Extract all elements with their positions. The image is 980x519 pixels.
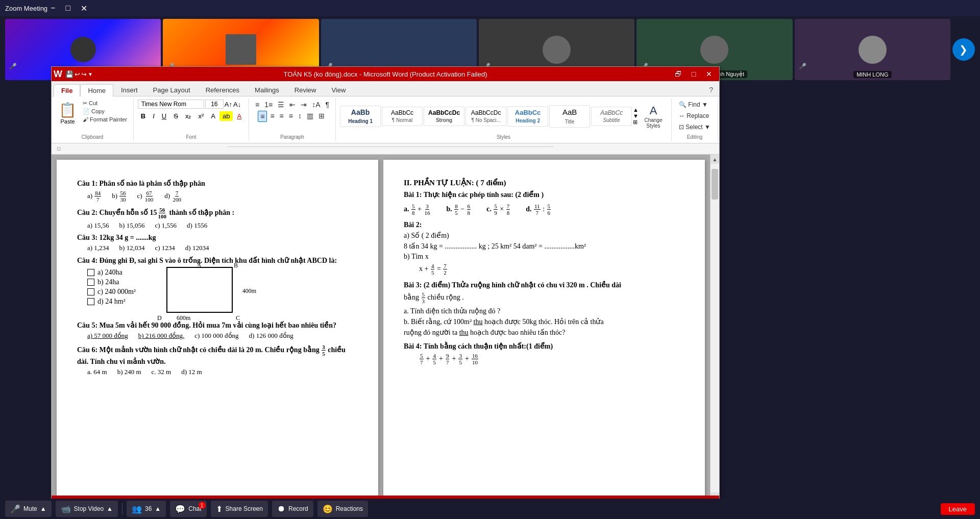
italic-button[interactable]: I [150, 111, 158, 121]
redo-quick-btn[interactable]: ↪ [81, 70, 87, 78]
q2-answers: a) 15,56 b) 15,056 c) 1,556 d) 1556 [77, 221, 358, 230]
tab-view[interactable]: View [324, 84, 353, 96]
style-nospace[interactable]: AaBbCcDc¶ No Spaci... [465, 107, 506, 126]
taskbar-video-btn[interactable]: 📹 Stop Video ▲ [56, 501, 118, 517]
taskbar-mic-btn[interactable]: 🎤 Mute ▲ [5, 501, 52, 517]
paste-label: Paste [60, 118, 75, 125]
paste-button[interactable]: 📋 Paste [56, 100, 80, 127]
quick-access-arrow[interactable]: ▼ [88, 71, 93, 77]
participant-name-6: MINH LONG [853, 71, 891, 78]
change-styles-button[interactable]: A ChangeStyles [640, 103, 667, 130]
scroll-up-btn[interactable]: ▲ [710, 155, 719, 164]
align-right-btn[interactable]: ≡ [278, 111, 286, 122]
participants-icon: 👥 [132, 504, 142, 514]
underline-button[interactable]: U [159, 111, 169, 121]
line-spacing-btn[interactable]: ↕ [296, 111, 304, 122]
scroll-track[interactable] [710, 164, 719, 492]
maximize-btn[interactable]: □ [62, 4, 74, 13]
checkbox-d[interactable] [87, 298, 94, 305]
grow-font-btn[interactable]: A↑ [225, 101, 232, 108]
window-controls[interactable]: − □ ✕ [47, 4, 90, 13]
copy-button[interactable]: 📄 Copy [81, 108, 129, 115]
justify-btn[interactable]: ≡ [287, 111, 295, 122]
taskbar-share-btn[interactable]: ⬆ Share Screen [211, 501, 268, 517]
superscript-button[interactable]: x² [195, 111, 207, 121]
participants-label: ▲ [155, 505, 161, 512]
tab-references[interactable]: References [198, 84, 247, 96]
tab-insert[interactable]: Insert [113, 84, 145, 96]
shrink-font-btn[interactable]: A↓ [233, 101, 241, 108]
q2-b: b) 15,056 [119, 221, 145, 230]
word-maximize-btn[interactable]: □ [687, 67, 701, 81]
tab-page-layout[interactable]: Page Layout [145, 84, 198, 96]
style-title[interactable]: AaBTitle [549, 105, 590, 128]
text-effects-button[interactable]: A [208, 111, 218, 121]
word-window-controls[interactable]: 🗗 □ ✕ [671, 67, 716, 81]
style-strong[interactable]: AaBbCcDcStrong [424, 107, 464, 126]
subscript-button[interactable]: x₂ [182, 111, 194, 121]
tab-file[interactable]: File [54, 84, 80, 96]
sort-btn[interactable]: ↕A [310, 100, 322, 110]
minimize-btn[interactable]: − [47, 4, 58, 13]
font-name-input[interactable] [138, 100, 204, 109]
tab-home[interactable]: Home [80, 84, 113, 96]
taskbar-sep-1 [122, 503, 122, 515]
cut-button[interactable]: ✂ Cut [81, 100, 129, 107]
vertical-scrollbar[interactable]: ▲ ▼ [710, 155, 719, 502]
scroll-thumb[interactable] [712, 169, 718, 200]
next-participant-btn[interactable]: ❯ [952, 38, 975, 61]
participant-tile-6[interactable]: 🎤 MINH LONG [795, 19, 950, 80]
undo-quick-btn[interactable]: ↩ [75, 70, 80, 78]
question-1: Câu 1: Phân số nào là phân số thập phân [77, 179, 358, 188]
align-left-btn[interactable]: ≡ [258, 111, 267, 122]
styles-down-btn[interactable]: ▼ [633, 113, 639, 119]
bai3-fraction-line: bằng 53 chiều rộng . [404, 291, 684, 304]
align-center-btn[interactable]: ≡ [268, 111, 276, 122]
numbering-btn[interactable]: 1≡ [262, 100, 275, 110]
checkbox-c[interactable] [87, 288, 94, 295]
bai4-section: Bài 4: Tính bằng cách thuận tiện nhất:(1… [404, 342, 684, 365]
format-painter-button[interactable]: 🖌 Format Painter [81, 116, 129, 123]
taskbar-participants-btn[interactable]: 👥 36 ▲ [127, 501, 166, 517]
replace-button[interactable]: ↔ Replace [676, 111, 712, 121]
checkbox-a[interactable] [87, 269, 94, 276]
style-subtitle[interactable]: AaBbCcSubtitle [591, 107, 632, 126]
decrease-indent-btn[interactable]: ⇤ [287, 100, 298, 110]
style-heading1[interactable]: AaBb­Heading 1 [340, 106, 381, 127]
q4-diagram: A B 400m 600m D C [166, 267, 233, 313]
show-formatting-btn[interactable]: ¶ [324, 100, 332, 110]
taskbar-chat-btn[interactable]: 💬 Chat 1 [170, 501, 206, 517]
bold-button[interactable]: B [138, 111, 149, 121]
find-button[interactable]: 🔍 Find ▼ [676, 100, 711, 110]
style-normal[interactable]: AaBbCc¶ Normal [382, 107, 423, 126]
label-A: A [197, 262, 202, 269]
leave-button[interactable]: Leave [941, 503, 975, 515]
font-label: Font [134, 134, 249, 140]
q1-a: a) 847 [87, 190, 102, 203]
ruler-corner[interactable]: ⊡ [57, 146, 67, 152]
tab-mailings[interactable]: Mailings [247, 84, 287, 96]
strikethrough-button[interactable]: S [170, 111, 181, 121]
highlight-button[interactable]: ab [219, 111, 233, 121]
multilevel-btn[interactable]: ☰ [276, 100, 286, 110]
help-icon[interactable]: ? [705, 84, 717, 96]
tab-review[interactable]: Review [287, 84, 324, 96]
word-close-btn[interactable]: ✕ [702, 67, 716, 81]
select-button[interactable]: ⊡ Select ▼ [676, 122, 714, 132]
close-btn[interactable]: ✕ [78, 4, 90, 13]
bullets-btn[interactable]: ≡ [253, 100, 261, 110]
font-size-input[interactable] [205, 100, 224, 109]
border-btn[interactable]: ⊞ [316, 111, 327, 122]
shading-btn[interactable]: ▥ [305, 111, 315, 122]
font-color-button[interactable]: A [234, 111, 244, 121]
style-heading2[interactable]: AaBbCcHeading 2 [507, 106, 548, 127]
styles-more-btn[interactable]: ⊞ [633, 119, 639, 126]
taskbar-record-btn[interactable]: ⏺ Record [272, 501, 313, 517]
taskbar-reactions-btn[interactable]: 😊 Reactions [317, 501, 368, 517]
checkbox-b[interactable] [87, 279, 94, 286]
styles-up-btn[interactable]: ▲ [633, 107, 639, 113]
change-styles-icon: A [650, 104, 657, 117]
increase-indent-btn[interactable]: ⇥ [299, 100, 309, 110]
save-quick-btn[interactable]: 💾 [65, 70, 74, 78]
word-restore-btn[interactable]: 🗗 [671, 67, 685, 81]
